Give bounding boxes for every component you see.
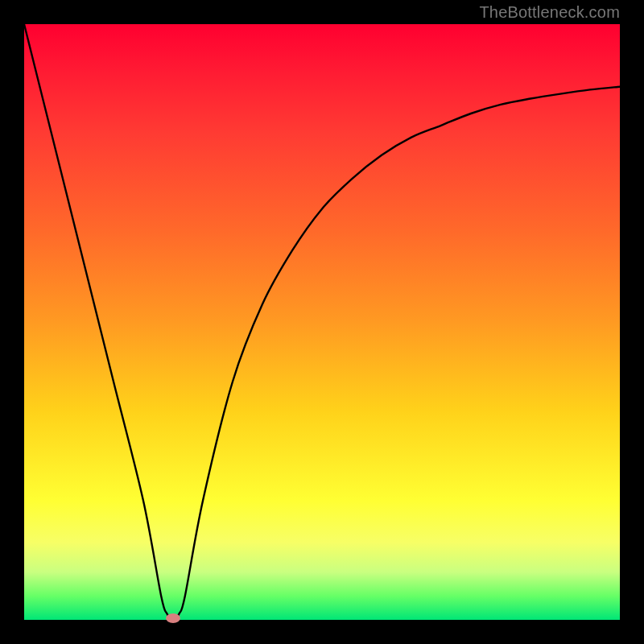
plot-area — [24, 24, 620, 620]
minimum-marker — [166, 613, 180, 623]
chart-frame: TheBottleneck.com — [0, 0, 644, 644]
bottleneck-curve — [24, 24, 620, 620]
watermark-text: TheBottleneck.com — [479, 3, 620, 22]
curve-svg — [24, 24, 620, 620]
